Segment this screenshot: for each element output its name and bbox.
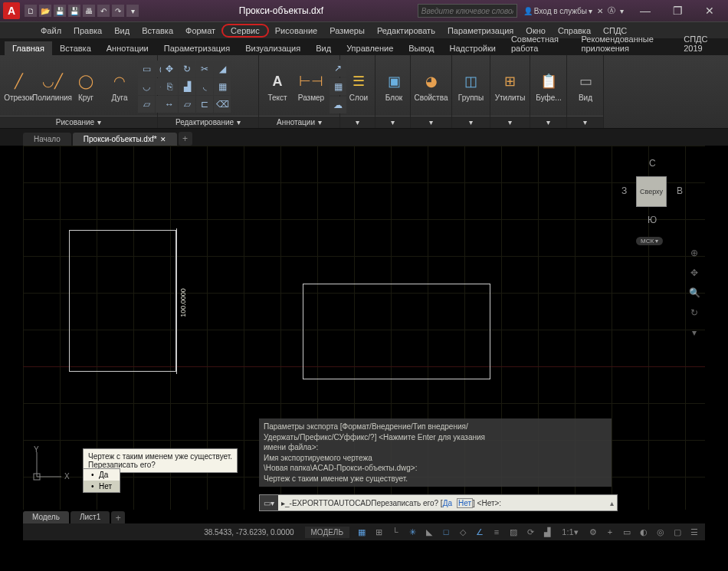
tooltip-no[interactable]: •Нет <box>84 481 120 492</box>
clean-icon[interactable]: ▢ <box>670 525 685 539</box>
draw-small-2[interactable]: ◡ <box>138 78 155 95</box>
stretch-icon[interactable]: ↔ <box>161 96 178 113</box>
close-tab-icon[interactable]: ✕ <box>160 136 166 143</box>
tooltip-yes[interactable]: •Да <box>84 469 120 481</box>
mirror-icon[interactable]: ▟ <box>179 78 195 95</box>
showmotion-icon[interactable]: ▾ <box>687 325 702 340</box>
groups-button[interactable]: ◫Группы <box>455 69 487 103</box>
scale-icon[interactable]: ▱ <box>179 96 195 113</box>
ribtab-9[interactable]: Совместная работа <box>503 32 574 55</box>
menu-файл[interactable]: Файл <box>34 25 67 37</box>
snap-icon[interactable]: ⊞ <box>371 525 386 539</box>
utils-button[interactable]: ⊞Утилиты <box>494 69 526 103</box>
ribtab-1[interactable]: Вставка <box>52 41 99 55</box>
workspace-icon[interactable]: + <box>602 525 618 539</box>
3dosnap-icon[interactable]: ◇ <box>455 525 471 539</box>
layers-button[interactable]: ☰Слои <box>343 69 374 103</box>
monitor-icon[interactable]: ▭ <box>619 525 635 539</box>
filetab-1[interactable]: Прокси-объекты.dxf*✕ <box>73 133 177 146</box>
menu-вид[interactable]: Вид <box>108 25 136 37</box>
ribtab-6[interactable]: Управление <box>339 41 401 55</box>
grid-icon[interactable]: ▦ <box>354 525 369 539</box>
panel-title-draw[interactable]: Рисование▾ <box>0 116 157 128</box>
customize-icon[interactable]: ☰ <box>687 525 702 539</box>
vc-wcs[interactable]: МСК ▾ <box>636 237 663 245</box>
panel-drop-props[interactable]: ▾ <box>411 116 451 128</box>
print-icon[interactable]: 🖶 <box>83 5 95 17</box>
vc-south[interactable]: Ю <box>648 215 657 225</box>
vc-west[interactable]: З <box>621 185 627 196</box>
command-line[interactable]: ▭▾ ▸_ -EXPORTTOAUTOCAD Перезаписать его?… <box>259 494 618 511</box>
steering-icon[interactable]: ⊕ <box>687 245 702 261</box>
menu-размеры[interactable]: Размеры <box>323 25 371 37</box>
chamfer-icon[interactable]: ◢ <box>214 61 231 77</box>
search-input[interactable] <box>418 4 517 18</box>
maximize-button[interactable]: ❐ <box>662 2 693 20</box>
cycling-icon[interactable]: ⟳ <box>523 525 538 539</box>
ribtab-5[interactable]: Вид <box>308 41 339 55</box>
panel-title-modify[interactable]: Редактирование▾ <box>158 116 258 128</box>
block-button[interactable]: ▣Блок <box>379 69 409 103</box>
ribtab-0[interactable]: Главная <box>5 41 52 55</box>
cmd-icon[interactable]: ▭▾ <box>260 495 278 510</box>
ribtab-7[interactable]: Вывод <box>401 41 441 55</box>
new-icon[interactable]: 🗋 <box>25 5 37 17</box>
redo-icon[interactable]: ↷ <box>112 5 124 17</box>
gear-icon[interactable]: ⚙ <box>585 525 601 539</box>
ribtab-2[interactable]: Аннотации <box>99 41 156 55</box>
signin-button[interactable]: 👤Вход в службы▾ <box>523 7 592 15</box>
clipboard-button[interactable]: 📋Буфе... <box>533 69 564 103</box>
ribtab-10[interactable]: Рекомендованные приложения <box>574 32 677 55</box>
array-icon[interactable]: ▦ <box>214 78 231 95</box>
model-space-button[interactable]: МОДЕЛЬ <box>305 527 349 538</box>
polyline-button[interactable]: ◡╱Полилиния <box>37 69 67 103</box>
add-tab-button[interactable]: + <box>179 132 192 146</box>
pan-icon[interactable]: ✥ <box>687 265 702 281</box>
text-button[interactable]: AТекст <box>262 69 293 103</box>
transparency-icon[interactable]: ▨ <box>506 525 521 539</box>
panel-drop-block[interactable]: ▾ <box>375 116 410 128</box>
menu-вставка[interactable]: Вставка <box>136 25 179 37</box>
cmd-option-no[interactable]: Нет <box>457 498 473 508</box>
panel-drop-clip[interactable]: ▾ <box>530 116 566 128</box>
fillet-icon[interactable]: ◟ <box>196 78 213 95</box>
draw-small-4[interactable]: ▱ <box>138 96 155 113</box>
circle-button[interactable]: ◯Круг <box>71 69 101 103</box>
menu-сервис[interactable]: Сервис <box>221 24 269 38</box>
osnap-icon[interactable]: □ <box>438 525 454 539</box>
iso-icon[interactable]: ◣ <box>421 525 437 539</box>
help-drop[interactable]: ▾ <box>620 7 624 15</box>
exchange-icon[interactable]: ✕ <box>597 7 603 15</box>
line-button[interactable]: ╱Отрезок <box>3 69 34 103</box>
rotate-icon[interactable]: ↻ <box>179 61 195 77</box>
copy-icon[interactable]: ⎘ <box>161 78 178 95</box>
saveas-icon[interactable]: 💾 <box>68 5 80 17</box>
annoscale-icon[interactable]: ▟ <box>539 525 555 539</box>
cmd-expand-icon[interactable]: ▴ <box>610 499 614 507</box>
hwaccel-icon[interactable]: ◐ <box>636 525 651 539</box>
zoom-icon[interactable]: 🔍 <box>687 285 702 300</box>
menu-формат[interactable]: Формат <box>179 25 221 37</box>
view-button[interactable]: ▭Вид <box>570 69 601 103</box>
lineweight-icon[interactable]: ≡ <box>489 525 504 539</box>
arc-button[interactable]: ◠Дуга <box>104 69 135 103</box>
ribtab-8[interactable]: Надстройки <box>442 41 503 55</box>
filetab-0[interactable]: Начало <box>23 133 71 146</box>
autodesk-icon[interactable]: Ⓐ <box>608 5 615 16</box>
properties-button[interactable]: ◕Свойства <box>414 69 448 103</box>
minimize-button[interactable]: — <box>630 2 661 20</box>
draw-small-0[interactable]: ▭ <box>138 61 155 77</box>
app-logo[interactable]: A <box>3 2 20 19</box>
undo-icon[interactable]: ↶ <box>97 5 110 17</box>
menu-правка[interactable]: Правка <box>67 25 108 37</box>
otrack-icon[interactable]: ∠ <box>472 525 487 539</box>
panel-drop-view[interactable]: ▾ <box>567 116 603 128</box>
viewcube[interactable]: С З В Ю Сверху МСК ▾ <box>617 153 686 245</box>
trim-icon[interactable]: ✂ <box>196 61 213 77</box>
orbit-icon[interactable]: ↻ <box>687 305 702 320</box>
offset-icon[interactable]: ⊏ <box>196 96 213 113</box>
open-icon[interactable]: 📂 <box>39 5 51 17</box>
isolate-icon[interactable]: ◎ <box>653 525 668 539</box>
polar-icon[interactable]: ✳ <box>405 525 420 539</box>
panel-title-anno[interactable]: Аннотации▾ <box>259 116 339 128</box>
